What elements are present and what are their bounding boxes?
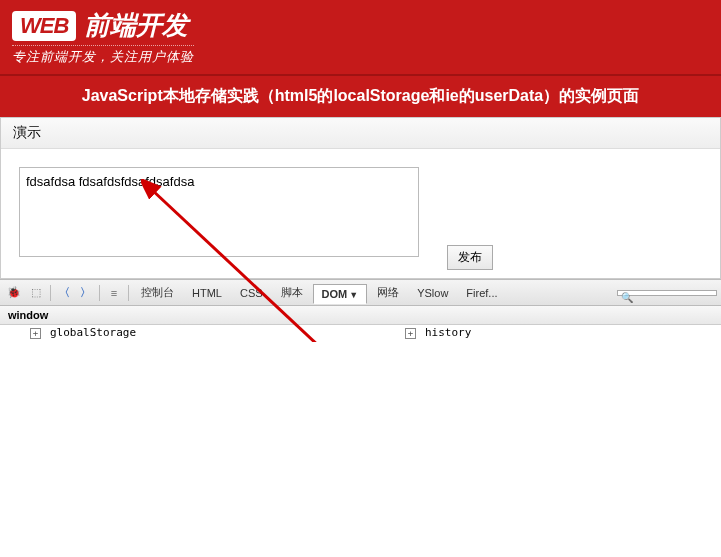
devtools-panel: 🐞 ⬚ 〈 〉 ≡ 控制台 HTML CSS 脚本 DOM▼ 网络 YSlow …: [0, 279, 721, 342]
tab-css[interactable]: CSS: [232, 284, 271, 302]
inspect-icon[interactable]: ⬚: [26, 284, 46, 302]
dom-row[interactable]: +globalStorage: [0, 325, 375, 342]
search-input[interactable]: [617, 290, 717, 296]
nav-forward-icon[interactable]: 〉: [76, 285, 95, 300]
devtools-toolbar: 🐞 ⬚ 〈 〉 ≡ 控制台 HTML CSS 脚本 DOM▼ 网络 YSlow …: [0, 280, 721, 306]
tab-yslow[interactable]: YSlow: [409, 284, 456, 302]
dom-tree: +globalStorage+history1 history entriesi…: [0, 325, 721, 342]
tab-net[interactable]: 网络: [369, 282, 407, 303]
menu-icon[interactable]: ≡: [104, 284, 124, 302]
chevron-down-icon: ▼: [349, 290, 358, 300]
nav-back-icon[interactable]: 〈: [55, 285, 74, 300]
page-title: JavaScript本地存储实践（html5的localStorage和ie的u…: [0, 74, 721, 117]
tab-dom[interactable]: DOM▼: [313, 284, 368, 304]
logo-cn-text: 前端开发: [84, 8, 188, 43]
tab-html[interactable]: HTML: [184, 284, 230, 302]
twist-icon[interactable]: +: [30, 328, 41, 339]
demo-label: 演示: [1, 118, 720, 149]
tab-script[interactable]: 脚本: [273, 282, 311, 303]
demo-section: 演示 fdsafdsa fdsafdsfdsafdsafdsa 发布: [0, 117, 721, 279]
logo-web-badge: WEB: [12, 11, 76, 41]
twist-icon[interactable]: +: [405, 328, 416, 339]
publish-button[interactable]: 发布: [447, 245, 493, 270]
firebug-icon[interactable]: 🐞: [4, 284, 24, 302]
dom-row[interactable]: +history1 history entries: [375, 325, 721, 342]
editor-textarea[interactable]: fdsafdsa fdsafdsfdsafdsafdsa: [19, 167, 419, 257]
tab-console[interactable]: 控制台: [133, 282, 182, 303]
tab-firefox[interactable]: Firef...: [458, 284, 505, 302]
tagline: 专注前端开发，关注用户体验: [12, 45, 194, 66]
site-header: WEB 前端开发 专注前端开发，关注用户体验: [0, 0, 721, 74]
breadcrumb[interactable]: window: [0, 306, 721, 325]
